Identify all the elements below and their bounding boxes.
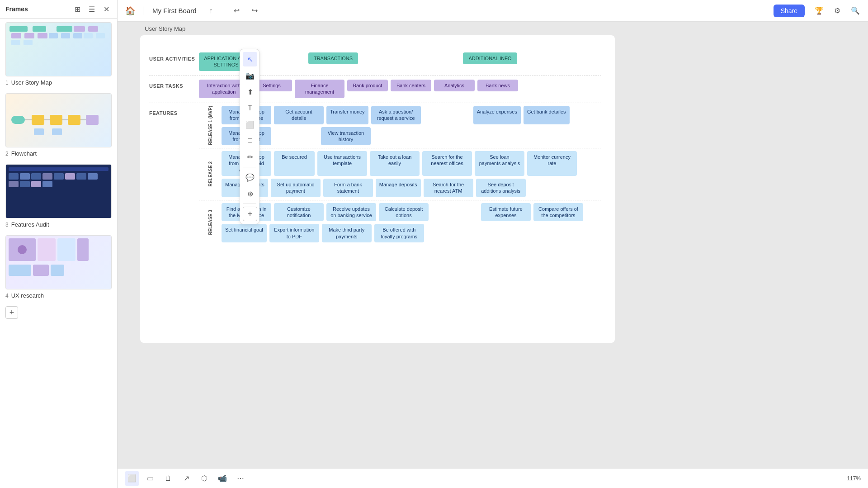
- release3-label-col: Release 3: [199, 203, 222, 242]
- frame-number-3: 3: [5, 222, 9, 228]
- frame-number-4: 4: [5, 293, 9, 299]
- sidebar-header-icons: ⊞ ☰ ✕: [72, 4, 112, 14]
- share-button[interactable]: Share: [774, 5, 805, 17]
- board-title: My First Board: [152, 7, 197, 14]
- r2-deposits[interactable]: Manage deposits: [376, 179, 421, 197]
- r1-ask-question[interactable]: Ask a question/ request a service: [371, 106, 421, 124]
- frame-tool[interactable]: ⬜: [243, 117, 257, 132]
- release3-label: Release 3: [208, 210, 213, 235]
- svg-rect-10: [52, 128, 62, 135]
- sidebar-item-2[interactable]: 2 Flowchart: [0, 90, 117, 161]
- board-container: USER ACTIVITIES APPLICATION AND SETTINGS…: [140, 35, 615, 343]
- task-card-bank-centers[interactable]: Bank centers: [391, 80, 431, 91]
- r2-auto-payment[interactable]: Set up automatic payment: [271, 179, 321, 197]
- rect-tool[interactable]: □: [243, 133, 257, 148]
- search-icon[interactable]: 🔍: [848, 4, 863, 18]
- r3-compare[interactable]: Compare offers of the competitors: [533, 203, 583, 222]
- trophy-icon[interactable]: 🏆: [812, 4, 826, 18]
- upload-tool[interactable]: ⬆: [243, 85, 257, 99]
- svg-rect-6: [68, 115, 80, 125]
- main-area: 🏠 My First Board ↑ ↩ ↪ Share 🏆 ⚙ 🔍 ↖ 📷 ⬆…: [118, 0, 868, 488]
- release1-row2: Manage the app from a tablet View transa…: [222, 127, 601, 146]
- r3-deposit-calc[interactable]: Calculate deposit options: [379, 203, 429, 222]
- task-card-analytics[interactable]: Analytics: [434, 80, 475, 91]
- transform-tool[interactable]: ⊕: [243, 186, 257, 201]
- svg-rect-9: [34, 128, 44, 135]
- r3-updates[interactable]: Receive updates on banking service: [326, 203, 376, 222]
- r3-notification[interactable]: Customize notification: [274, 203, 324, 222]
- r2-deposit-additions[interactable]: See deposit additions analysis: [476, 179, 526, 197]
- r1-get-bank[interactable]: Get bank detailes: [524, 106, 570, 124]
- controls-icon[interactable]: ⚙: [830, 4, 844, 18]
- sticky-tool[interactable]: 🗒: [161, 471, 175, 486]
- add-tool-button[interactable]: +: [243, 207, 257, 221]
- release3-row1: Find application in the Marketplace Cust…: [222, 203, 601, 222]
- r3-future-expenses[interactable]: Estimate future expenses: [481, 203, 531, 222]
- frame-label-3: 3 Features Audit: [5, 221, 112, 228]
- release1-content: Manage the app from an iPhone Get accoun…: [222, 106, 601, 145]
- r3-loyalty[interactable]: Be offered with loyalty programs: [374, 224, 424, 242]
- frame-thumbnail-4: [5, 235, 112, 289]
- frame-label-2: 2 Flowchart: [5, 150, 112, 157]
- activity-card-additional[interactable]: ADDITIONAL INFO: [463, 52, 517, 64]
- release1-label-col: Release 1 (MVP): [199, 106, 222, 145]
- r2-bank-statement[interactable]: Form a bank statement: [323, 179, 373, 197]
- r2-loan[interactable]: Take out a loan easily: [370, 151, 420, 176]
- r2-transactions-template[interactable]: Use transactions template: [317, 151, 367, 176]
- r1-view-transaction[interactable]: View transaction history: [321, 127, 371, 146]
- r1-transfer[interactable]: Transfer money: [326, 106, 368, 124]
- r3-third-party[interactable]: Make third party payments: [322, 224, 372, 242]
- menu-icon[interactable]: ☰: [86, 4, 97, 14]
- frame-tool-bottom[interactable]: ▭: [143, 471, 157, 486]
- release3-content: Find application in the Marketplace Cust…: [222, 203, 601, 242]
- frame-number-2: 2: [5, 151, 9, 157]
- share-export-icon[interactable]: ↑: [204, 4, 218, 18]
- camera-tool[interactable]: 📷: [243, 68, 257, 83]
- topbar-right-icons: 🏆 ⚙ 🔍: [812, 4, 863, 18]
- undo-button[interactable]: ↩: [230, 4, 244, 18]
- release2-label: Release 2: [208, 161, 213, 187]
- home-button[interactable]: 🏠: [123, 4, 137, 18]
- more-tools[interactable]: ⋯: [233, 471, 248, 486]
- task-card-finance[interactable]: Finance management: [295, 80, 344, 98]
- r3-export-pdf[interactable]: Export information to PDF: [269, 224, 319, 242]
- comment-tool[interactable]: 💬: [243, 170, 257, 185]
- grid-icon[interactable]: ⊞: [72, 4, 83, 14]
- r2-loan-payments[interactable]: See loan payments analysis: [475, 151, 524, 176]
- r2-nearest-atm[interactable]: Search for the nearest ATM: [424, 179, 473, 197]
- bottombar: ⬜ ▭ 🗒 ↗ ⬡ 📹 ⋯ 117%: [118, 468, 868, 488]
- r2-currency[interactable]: Monitor currency rate: [527, 151, 577, 176]
- select-tool-bottom[interactable]: ⬜: [125, 471, 139, 486]
- activity-card-transactions[interactable]: TRANSACTIONS: [308, 52, 358, 64]
- sidebar-item-3[interactable]: 3 Features Audit: [0, 161, 117, 232]
- sidebar-item-1[interactable]: 1 User Story Map: [0, 19, 117, 90]
- close-icon[interactable]: ✕: [101, 4, 112, 14]
- pencil-tool[interactable]: ✏: [243, 150, 257, 164]
- cursor-tool[interactable]: ↖: [243, 52, 257, 66]
- flowchart-thumb: [9, 98, 108, 143]
- task-card-bank-news[interactable]: Bank news: [477, 80, 518, 91]
- canvas[interactable]: ↖ 📷 ⬆ T ⬜ □ ✏ 💬 ⊕ + User Story Map USER …: [118, 22, 868, 468]
- redo-button[interactable]: ↪: [248, 4, 262, 18]
- text-tool[interactable]: T: [243, 101, 257, 115]
- sidebar-item-4[interactable]: 4 UX research: [0, 232, 117, 303]
- camera-tool-bottom[interactable]: 📹: [215, 471, 230, 486]
- frame-title-4: UX research: [11, 292, 44, 299]
- task-card-bank-product[interactable]: Bank product: [347, 80, 388, 91]
- connector-tool[interactable]: ↗: [179, 471, 193, 486]
- tool-divider: [243, 167, 256, 167]
- frame-title-3: Features Audit: [11, 221, 49, 228]
- r3-financial-goal[interactable]: Set financial goal: [222, 224, 267, 242]
- svg-rect-8: [86, 115, 99, 125]
- r2-nearest-offices[interactable]: Search for the nearest offices: [422, 151, 472, 176]
- release1-row1: Manage the app from an iPhone Get accoun…: [222, 106, 601, 124]
- add-frame-button[interactable]: +: [5, 306, 18, 319]
- r2-secured[interactable]: Be secured: [274, 151, 315, 176]
- export-tool[interactable]: ⬡: [197, 471, 212, 486]
- r1-analyze[interactable]: Analyze expenses: [473, 106, 521, 124]
- frame-thumbnail-1: [5, 22, 112, 76]
- r1-get-account[interactable]: Get account details: [274, 106, 324, 124]
- features-label: FEATURES: [149, 103, 199, 245]
- release1-label: Release 1 (MVP): [208, 106, 213, 145]
- frame-thumbnail-2: [5, 93, 112, 147]
